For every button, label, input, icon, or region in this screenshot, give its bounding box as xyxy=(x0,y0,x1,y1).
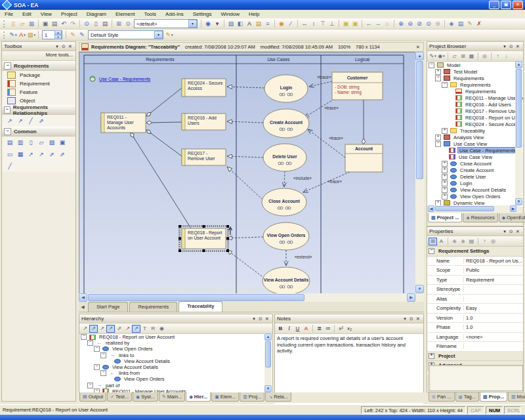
redo-icon[interactable]: ↷ xyxy=(68,20,77,28)
expand-icon[interactable]: + xyxy=(435,69,441,75)
menu-view[interactable]: View xyxy=(36,10,56,18)
show-usage-icon[interactable]: ↗ xyxy=(98,325,106,333)
prev-element-icon[interactable]: ◆ xyxy=(450,238,459,245)
tab-prop[interactable]: ▤Prop... xyxy=(480,392,507,402)
hierarchy-scroll-thumb[interactable] xyxy=(265,341,271,368)
superscript-icon[interactable]: x² xyxy=(337,325,345,333)
diagram-node-deleteuser[interactable]: Delete User xyxy=(263,144,306,171)
diagram-node-login[interactable]: Login xyxy=(264,75,308,102)
tree-item-links-to[interactable]: −→links to xyxy=(79,352,272,358)
open-properties-dialog-icon[interactable]: ▤ xyxy=(467,238,476,245)
tree-item-login[interactable]: +Login xyxy=(427,180,523,186)
dependency-icon[interactable]: ⇗ xyxy=(36,116,47,125)
show-dependencies-icon[interactable]: ↗ xyxy=(89,325,98,333)
tree-item-requirements[interactable]: Requirements xyxy=(427,88,523,94)
font-color-icon[interactable]: A xyxy=(302,325,310,333)
vscroll-thumb[interactable] xyxy=(416,61,423,179)
tree-item-close-account[interactable]: +Close Account xyxy=(427,160,523,167)
show-realized-icon[interactable]: ↗ xyxy=(81,325,89,333)
note-link-icon[interactable]: ╱ xyxy=(5,161,15,171)
home-diagram-icon[interactable]: ⌂ xyxy=(383,20,392,28)
diagram-canvas[interactable]: RequirementsUse CasesLogical«trace»«trac… xyxy=(79,52,415,293)
tab-traceability[interactable]: Traceability xyxy=(178,301,222,312)
property-value[interactable]: <none> xyxy=(464,334,523,340)
menu-tools[interactable]: Tools xyxy=(139,10,161,18)
tree-item-test-model[interactable]: +Test Model xyxy=(427,68,523,75)
collapse-icon[interactable]: − xyxy=(4,128,11,135)
same-width-icon[interactable]: ↔ xyxy=(300,20,309,28)
tab-test[interactable]: ✓Test... xyxy=(107,392,132,402)
help-icon[interactable]: ◉ xyxy=(203,20,213,28)
boundary-icon[interactable]: ▭ xyxy=(5,150,15,159)
tree-item-realized-by[interactable]: −←realized by xyxy=(79,340,272,346)
project-browser-pin-icon[interactable]: ⊙ xyxy=(508,44,514,49)
tree-item-model[interactable]: −Model xyxy=(427,62,523,68)
split-view-icon[interactable]: ◧ xyxy=(236,20,245,28)
diagram-node-createaccount[interactable]: Create Account xyxy=(263,109,309,138)
show-realization-icon[interactable]: ⇗ xyxy=(115,325,123,333)
scroll-left-icon[interactable]: ◀ xyxy=(428,205,434,212)
tree-item-view-account-details[interactable]: −View Account Details xyxy=(79,364,272,370)
delete-selected-icon[interactable]: ✗ xyxy=(474,20,484,28)
web-style-icon[interactable]: ◉ xyxy=(277,20,286,28)
linked-note-icon[interactable]: ▤ xyxy=(254,20,263,28)
nav-back-icon[interactable]: ← xyxy=(364,20,373,28)
collapse-icon[interactable]: − xyxy=(87,383,93,388)
zoom-fit-icon[interactable]: ⊙ xyxy=(424,20,433,28)
new-diagram-icon[interactable]: ⊞ xyxy=(459,52,467,60)
menu-help[interactable]: Help xyxy=(244,10,264,18)
italic-icon[interactable]: I xyxy=(285,325,293,333)
move-down-icon[interactable]: ↓ xyxy=(502,52,511,60)
diagram-node-req017[interactable]: REQ017 -Remove User xyxy=(182,149,226,165)
restore-button[interactable]: ▣ xyxy=(501,1,511,9)
properties-menu-icon[interactable]: ▾ xyxy=(501,229,508,234)
bullet-list-icon[interactable]: ≣ xyxy=(315,325,324,333)
tree-item-view-open-orders[interactable]: −View Open Orders xyxy=(79,346,272,352)
selection-handle[interactable] xyxy=(203,249,205,252)
align-top-icon[interactable]: ⊤ xyxy=(318,20,327,28)
new-file-icon[interactable]: ▯ xyxy=(9,20,18,28)
web-report-icon[interactable]: ◉ xyxy=(158,325,166,333)
menu-settings[interactable]: Settings xyxy=(188,10,217,18)
project-browser-menu-icon[interactable]: ▾ xyxy=(501,44,508,49)
show-nesting-icon[interactable]: ↗ xyxy=(106,325,115,333)
collapse-icon[interactable]: − xyxy=(100,370,106,376)
hscroll-thumb[interactable] xyxy=(88,294,304,301)
tree-item-analysis-view[interactable]: +Analysis View xyxy=(427,134,523,140)
tree-item-req016-add-users[interactable]: REQ016 - Add Users xyxy=(427,101,523,108)
spin-down-icon[interactable]: ▼ xyxy=(54,35,62,39)
underline-icon[interactable]: U xyxy=(293,325,302,333)
text-element-icon[interactable]: ▥ xyxy=(15,138,26,147)
properties-dialog-icon[interactable]: ▤ xyxy=(456,20,465,28)
property-value[interactable]: Easy xyxy=(464,305,523,311)
property-value[interactable]: Public xyxy=(464,267,523,273)
tab-requirements[interactable]: Requirements xyxy=(129,302,177,312)
minimize-button[interactable]: _ xyxy=(489,1,499,9)
hyperlink-element-icon[interactable]: ▱ xyxy=(36,138,47,147)
tab-project[interactable]: ▤Project ... xyxy=(428,213,462,222)
search-model-icon[interactable]: ⊙ xyxy=(82,20,91,28)
tab-elem[interactable]: ▣Elem... xyxy=(211,392,239,402)
scroll-down-icon[interactable]: ▼ xyxy=(515,198,522,205)
tree-item-requirements[interactable]: −Requirements xyxy=(427,75,523,81)
diagram-hyperlink[interactable]: Use Case - Requirements xyxy=(90,76,151,82)
collapse-icon[interactable]: − xyxy=(87,340,93,346)
selection-handle[interactable] xyxy=(178,238,181,240)
menu-edit[interactable]: Edit xyxy=(18,10,36,18)
tab-opened[interactable]: ◆OpenEd... xyxy=(499,213,525,222)
scroll-left-icon[interactable]: ◀ xyxy=(79,293,87,302)
zoom-selection-icon[interactable]: ⊘ xyxy=(415,20,424,28)
draw-line-icon[interactable]: ∕ xyxy=(286,20,295,28)
property-section-project[interactable]: +Project xyxy=(427,352,523,362)
zoom-out-icon[interactable]: ⊖ xyxy=(406,20,415,28)
tab-start-page[interactable]: Start Page xyxy=(88,302,128,312)
show-requirements-icon[interactable]: R xyxy=(149,325,158,333)
apply-format-icon[interactable]: ✎ xyxy=(77,31,87,39)
zoom-100-icon[interactable]: ⊛ xyxy=(433,20,442,28)
move-up-icon[interactable]: ↑ xyxy=(494,52,502,60)
tree-item-view-account-details[interactable]: +View Account Details xyxy=(427,186,523,193)
next-element-icon[interactable]: ◆ xyxy=(459,238,467,245)
tree-item-part-of[interactable]: −→part of xyxy=(79,383,272,388)
collapse-icon[interactable]: − xyxy=(4,62,11,70)
toolbox-section-requirements-relationships[interactable]: −Requirements Relationships xyxy=(2,105,75,115)
